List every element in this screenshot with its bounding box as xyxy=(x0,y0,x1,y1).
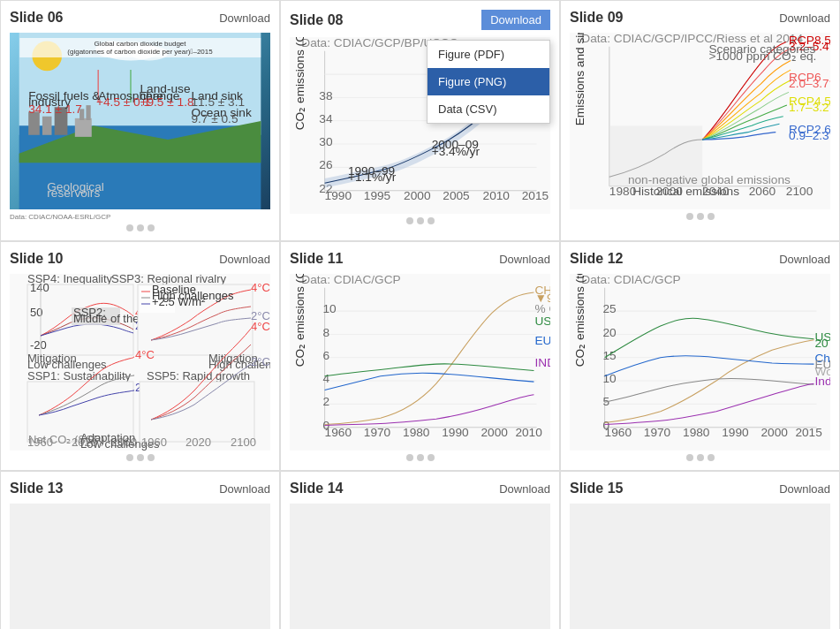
nav-dot-3[interactable] xyxy=(148,224,155,231)
slide-13-cell: Slide 13 Download xyxy=(0,471,280,629)
svg-text:2020: 2020 xyxy=(185,436,211,449)
slide-10-content: SSP4: Inequality SSP3: Regional rivalry … xyxy=(10,274,270,451)
s09-nav-dot-2[interactable] xyxy=(697,213,704,220)
slide-10-download-btn[interactable]: Download xyxy=(219,253,270,266)
svg-text:1.7–3.2°C: 1.7–3.2°C xyxy=(789,101,830,114)
slide-08-cell: Slide 08 Download Figure (PDF) Figure (P… xyxy=(280,0,560,241)
slide-08-title: Slide 08 xyxy=(290,12,343,28)
svg-text:2015: 2015 xyxy=(795,426,822,439)
svg-text:2060: 2060 xyxy=(749,185,776,198)
svg-point-3 xyxy=(95,41,129,57)
slide-13-content xyxy=(10,504,270,629)
s11-nav-dot-3[interactable] xyxy=(428,454,435,461)
svg-text:1970: 1970 xyxy=(364,426,391,439)
s12-nav-dot-1[interactable] xyxy=(686,454,693,461)
slide-08-download-btn[interactable]: Download xyxy=(481,10,550,30)
svg-text:6: 6 xyxy=(323,349,330,362)
svg-text:2: 2 xyxy=(323,395,330,408)
slide-15-title: Slide 15 xyxy=(570,481,623,496)
svg-text:USA 5.4 ▼2.4%: USA 5.4 ▼2.4% xyxy=(535,314,551,328)
svg-point-1 xyxy=(32,41,62,71)
svg-text:2.0–3.7°C: 2.0–3.7°C xyxy=(789,77,830,90)
nav-dot-1[interactable] xyxy=(126,224,133,231)
slide-06-header: Slide 06 Download xyxy=(10,10,270,26)
slide-10-title: Slide 10 xyxy=(10,251,63,267)
svg-text:>1000 ppm CO₂ eq.: >1000 ppm CO₂ eq. xyxy=(709,49,817,63)
slide-13-title: Slide 13 xyxy=(10,481,63,496)
svg-text:140: 140 xyxy=(30,281,49,294)
svg-text:1960: 1960 xyxy=(325,426,352,439)
svg-text:1970: 1970 xyxy=(644,426,671,439)
slide-15-header: Slide 15 Download xyxy=(570,481,830,496)
slide-13-download-btn[interactable]: Download xyxy=(219,482,270,496)
slide-10-header: Slide 10 Download xyxy=(10,251,270,267)
slide-11-content: Data: CDIAC/GCP CO₂ emissions (Gt CO₂/yr… xyxy=(290,274,550,451)
slide-09-download-btn[interactable]: Download xyxy=(779,11,830,25)
svg-text:0.9–2.3°C: 0.9–2.3°C xyxy=(789,129,830,142)
slide-12-title: Slide 12 xyxy=(570,251,623,267)
s09-nav-dot-3[interactable] xyxy=(708,213,715,220)
s10-nav-dot-2[interactable] xyxy=(137,454,144,461)
svg-text:2100: 2100 xyxy=(231,436,256,449)
slide-14-cell: Slide 14 Download xyxy=(280,471,560,629)
svg-text:34: 34 xyxy=(319,112,333,125)
svg-text:2000: 2000 xyxy=(761,426,788,439)
nav-dot-2[interactable] xyxy=(137,224,144,231)
s09-nav-dot-1[interactable] xyxy=(686,213,693,220)
slide-09-footer xyxy=(570,213,830,220)
s11-nav-dot-2[interactable] xyxy=(417,454,424,461)
svg-text:26: 26 xyxy=(319,158,332,171)
svg-text:1980: 1980 xyxy=(403,426,430,439)
slide-08-dropdown-menu: Figure (PDF) Figure (PNG) Data (CSV) xyxy=(427,40,550,124)
svg-rect-12 xyxy=(86,105,90,120)
slide-12-download-btn[interactable]: Download xyxy=(779,253,830,266)
s12-nav-dot-2[interactable] xyxy=(697,454,704,461)
slide-06-svg: Fossil fuels & industry 34.1 ± 1.7 Atmos… xyxy=(10,33,270,209)
svg-text:38: 38 xyxy=(319,89,333,102)
svg-text:2100: 2100 xyxy=(786,185,814,198)
slide-09-title: Slide 09 xyxy=(570,10,623,26)
slide-06-title: Slide 06 xyxy=(10,10,63,26)
svg-text:4°C: 4°C xyxy=(135,348,155,361)
svg-text:10: 10 xyxy=(323,302,337,315)
dropdown-csv-item[interactable]: Data (CSV) xyxy=(428,95,549,123)
svg-text:34.1 ± 1.7: 34.1 ± 1.7 xyxy=(28,102,82,116)
svg-rect-10 xyxy=(75,118,92,137)
s12-nav-dot-3[interactable] xyxy=(708,454,715,461)
slides-grid: Slide 06 Download xyxy=(0,0,840,629)
slide-12-content: Data: CDIAC/GCP CO₂ emissions (tCO₂/pers… xyxy=(570,274,830,451)
svg-text:8: 8 xyxy=(323,326,330,339)
s08-nav-dot-3[interactable] xyxy=(428,217,435,224)
dropdown-pdf-item[interactable]: Figure (PDF) xyxy=(428,41,549,68)
svg-text:2000: 2000 xyxy=(481,426,508,439)
slide-06-download-btn[interactable]: Download xyxy=(219,11,270,25)
s10-nav-dot-1[interactable] xyxy=(126,454,133,461)
slide-12-header: Slide 12 Download xyxy=(570,251,830,267)
s10-nav-dot-3[interactable] xyxy=(148,454,155,461)
svg-text:1990: 1990 xyxy=(442,426,469,439)
svg-text:+9.5 ± 1.8: +9.5 ± 1.8 xyxy=(140,95,194,109)
svg-text:SSP1: Sustainability: SSP1: Sustainability xyxy=(27,369,132,383)
slide-11-download-btn[interactable]: Download xyxy=(499,253,550,266)
svg-text:1980: 1980 xyxy=(609,185,637,198)
svg-text:CO₂ emissions (Gt CO₂/yr): CO₂ emissions (Gt CO₂/yr) xyxy=(293,37,306,130)
s11-nav-dot-1[interactable] xyxy=(406,454,413,461)
svg-text:2010: 2010 xyxy=(483,189,511,202)
svg-text:Data: CDIAC/GCP: Data: CDIAC/GCP xyxy=(301,274,400,286)
slide-14-download-btn[interactable]: Download xyxy=(499,482,550,496)
svg-text:1995: 1995 xyxy=(364,189,391,202)
s08-nav-dot-2[interactable] xyxy=(417,217,424,224)
s08-nav-dot-1[interactable] xyxy=(406,217,413,224)
dropdown-png-item[interactable]: Figure (PNG) xyxy=(428,68,549,95)
svg-text:15: 15 xyxy=(603,349,617,362)
slide-09-chart: Data: CDIAC/GCP/IPCC/Riess et al 2014 Em… xyxy=(570,33,830,209)
svg-text:2040: 2040 xyxy=(702,185,730,198)
slide-15-download-btn[interactable]: Download xyxy=(779,482,830,496)
slide-10-chart: SSP4: Inequality SSP3: Regional rivalry … xyxy=(10,274,270,451)
slide-06-source: Data: CDIAC/NOAA-ESRL/GCP xyxy=(10,213,270,221)
svg-text:2000: 2000 xyxy=(656,185,684,198)
slide-14-header: Slide 14 Download xyxy=(290,481,550,496)
svg-rect-8 xyxy=(42,117,52,135)
svg-text:4°C: 4°C xyxy=(251,281,270,294)
svg-text:25: 25 xyxy=(603,302,617,315)
